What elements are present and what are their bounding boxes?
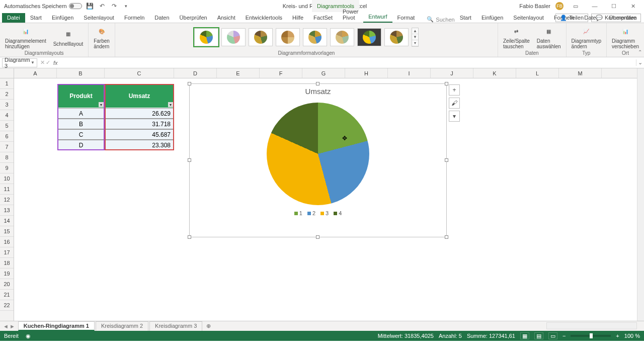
undo-icon[interactable]: ↶ [98,2,106,10]
table-row[interactable]: B31.718 [57,119,174,129]
chart-styles-button[interactable]: 🖌 [449,98,460,109]
style-gallery-scroll[interactable]: ▲▼▾ [412,28,419,47]
chart-filters-button[interactable]: ▾ [449,111,460,122]
maximize-icon[interactable]: ☐ [607,1,621,11]
sheet-tab[interactable]: Kreisdiagramm 2 [96,321,148,331]
cell-produkt[interactable]: D [57,140,105,150]
toggle-off-icon[interactable] [69,3,82,9]
chart-style-7[interactable] [357,28,381,46]
chart-legend[interactable]: 1 2 3 4 [190,210,446,216]
tab-entwurf[interactable]: Entwurf [363,12,392,23]
zoom-slider[interactable] [571,335,611,337]
table-row[interactable]: A26.629 [57,108,174,119]
row-header[interactable]: 17 [0,247,14,258]
sheet-nav-prev-icon[interactable]: ◄ [3,323,9,329]
legend-item[interactable]: 4 [334,210,342,216]
table-row[interactable]: D23.308 [57,140,174,150]
column-header[interactable]: F [260,68,302,78]
resize-handle[interactable] [316,82,319,85]
tab-seitenlayout[interactable]: Seitenlayout [78,13,119,23]
cell-umsatz[interactable]: 45.687 [105,129,174,140]
filter-dropdown-icon[interactable]: ▼ [168,102,173,107]
tab-überprüfen[interactable]: Überprüfen [175,13,212,23]
filter-dropdown-icon[interactable]: ▼ [99,102,104,107]
row-header[interactable]: 6 [0,131,14,142]
sheet-tab[interactable]: Kreisdiagramm 3 [149,321,202,331]
change-colors-button[interactable]: 🎨Farben ändern [92,24,112,50]
column-header[interactable]: M [559,68,602,78]
tab-entwicklertools[interactable]: Entwicklertools [240,13,287,23]
cell-produkt[interactable]: A [57,108,105,119]
horizontal-scrollbar[interactable] [546,322,637,329]
minimize-icon[interactable]: — [588,1,602,11]
cell-umsatz[interactable]: 31.718 [105,119,174,129]
tab-start[interactable]: Start [25,13,47,23]
ribbon-display-icon[interactable]: ▭ [569,1,583,11]
row-header[interactable]: 13 [0,205,14,216]
tab-ansicht[interactable]: Ansicht [642,13,644,23]
table-header-umsatz[interactable]: Umsatz▼ [105,84,174,108]
row-header[interactable]: 11 [0,184,14,195]
row-header[interactable]: 1 [0,78,14,89]
column-header[interactable]: L [516,68,559,78]
column-header[interactable]: B [57,68,105,78]
sheet-tab[interactable]: Kuchen-Ringdiagramm 1 [18,321,95,331]
add-chart-element-button[interactable]: 📊Diagrammelement hinzufügen [3,24,48,50]
row-header[interactable]: 8 [0,152,14,163]
resize-handle[interactable] [316,235,319,239]
comments-button[interactable]: 💬Kommentare [591,14,641,22]
pie-plot-area[interactable]: ✥ [267,103,369,205]
view-normal-icon[interactable]: ▦ [520,332,529,339]
resize-handle[interactable] [188,158,191,162]
fx-icon[interactable]: fx [53,60,58,66]
chart-style-6[interactable] [330,28,354,46]
user-name[interactable]: Fabio Basler [519,3,550,9]
column-header[interactable]: G [302,68,345,78]
chart-style-3[interactable] [249,28,273,46]
row-header[interactable]: 20 [0,279,14,290]
zoom-level[interactable]: 100 % [624,333,640,339]
move-chart-button[interactable]: 📊Diagramm verschieben [610,24,641,50]
chevron-down-icon[interactable]: ▼ [31,60,35,65]
resize-handle[interactable] [445,158,448,162]
tab-seitenlayout[interactable]: Seitenlayout [508,13,549,23]
tab-einfügen[interactable]: Einfügen [476,13,508,23]
column-header[interactable]: K [473,68,516,78]
chart-style-2[interactable] [221,28,246,46]
macro-record-icon[interactable]: ◉ [26,333,31,339]
tab-format[interactable]: Format [392,13,420,23]
table-row[interactable]: C45.687 [57,129,174,140]
table-header-produkt[interactable]: Produkt▼ [57,84,105,108]
sheet-nav-next-icon[interactable]: ► [10,323,15,329]
row-header[interactable]: 4 [0,110,14,121]
quick-layout-button[interactable]: ▦Schnelllayout [51,27,85,48]
chart-style-1[interactable] [194,28,218,46]
save-icon[interactable]: 💾 [86,2,94,10]
row-header[interactable]: 2 [0,89,14,100]
chart-style-4[interactable] [276,28,300,46]
tab-power pivot[interactable]: Power Pivot [338,7,363,23]
expand-formula-bar-icon[interactable]: ⌄ [636,59,644,66]
chart-style-5[interactable] [303,28,327,46]
row-header[interactable]: 9 [0,163,14,173]
legend-item[interactable]: 3 [320,210,329,216]
resize-handle[interactable] [188,82,191,85]
resize-handle[interactable] [188,235,191,239]
cell-produkt[interactable]: C [57,129,105,140]
change-chart-type-button[interactable]: 📈Diagrammtyp ändern [570,24,603,50]
pie-series[interactable] [267,103,369,205]
row-header[interactable]: 5 [0,121,14,131]
row-headers[interactable]: 12345678910111213141516171819202122 [0,78,14,321]
tell-me-search[interactable]: 🔍 Suchen [427,16,454,23]
column-header[interactable]: I [388,68,431,78]
vertical-scrollbar[interactable] [637,68,644,321]
row-header[interactable]: 14 [0,216,14,226]
resize-handle[interactable] [445,82,448,85]
formula-input[interactable] [61,58,636,67]
tab-daten[interactable]: Daten [149,13,174,23]
close-icon[interactable]: ✕ [626,1,640,11]
view-page-layout-icon[interactable]: ▤ [534,332,543,339]
row-header[interactable]: 18 [0,258,14,268]
column-header[interactable]: J [431,68,473,78]
zoom-in-icon[interactable]: + [616,333,619,339]
